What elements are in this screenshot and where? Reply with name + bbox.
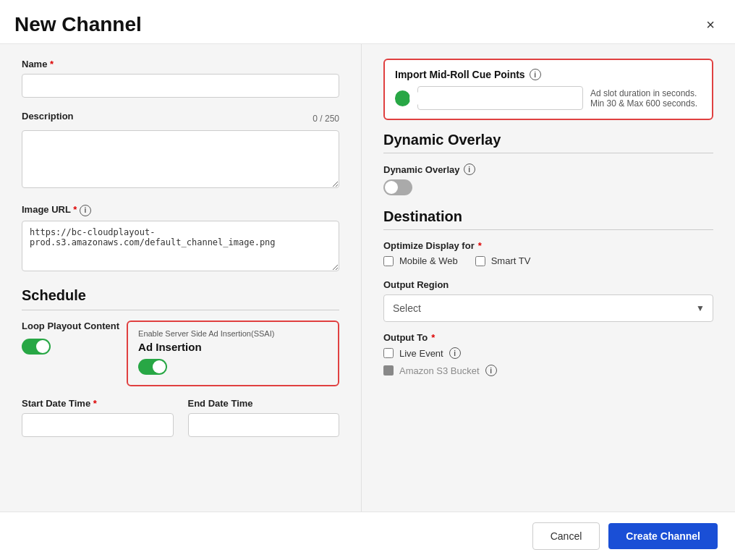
cancel-button[interactable]: Cancel [532, 522, 600, 550]
smart-tv-checkbox[interactable] [475, 256, 485, 266]
name-label: Name * [22, 59, 339, 69]
ad-insertion-toggle[interactable] [138, 359, 167, 375]
smart-tv-option: Smart TV [475, 255, 531, 266]
output-region-select-wrapper: Select ▼ [383, 294, 713, 322]
import-cue-label: Import Mid-Roll Cue Points [395, 69, 525, 80]
loop-ad-row: Loop Playout Content Enable Server Side … [22, 321, 339, 386]
dates-row: Start Date Time * End Date Time [22, 398, 339, 437]
loop-section: Loop Playout Content [22, 321, 119, 355]
image-url-group: Image URL * i https://bc-cloudplayout-pr… [22, 204, 339, 274]
modal-body: Name * Description 0 / 250 Image URL * i… [0, 44, 735, 543]
start-date-input[interactable] [22, 413, 174, 437]
name-group: Name * [22, 59, 339, 98]
output-region-label: Output Region [383, 279, 713, 290]
import-cue-info-icon[interactable]: i [530, 69, 541, 80]
modal-header: New Channel × [0, 0, 735, 44]
dynamic-overlay-toggle-slider [383, 179, 412, 195]
import-cue-box: Import Mid-Roll Cue Points i 30 Ad slot … [383, 59, 713, 120]
mobile-web-checkbox[interactable] [383, 256, 394, 266]
image-url-input[interactable]: https://bc-cloudplayout-prod.s3.amazonaw… [22, 221, 339, 271]
mobile-web-option: Mobile & Web [383, 255, 458, 266]
end-date-input[interactable] [188, 413, 340, 437]
optimize-options: Mobile & Web Smart TV [383, 255, 713, 271]
name-input[interactable] [22, 74, 339, 98]
end-date-label: End Date Time [188, 398, 340, 409]
amazon-s3-label: Amazon S3 Bucket [399, 365, 480, 376]
smart-tv-label: Smart TV [491, 255, 531, 266]
output-to-section: Output To * Live Event i Amazon S3 Bucke… [383, 332, 713, 376]
schedule-section: Schedule Loop Playout Content Enable Ser… [22, 287, 339, 437]
destination-divider [383, 229, 713, 230]
output-to-label: Output To * [383, 332, 713, 343]
start-date-label: Start Date Time * [22, 398, 174, 409]
dynamic-overlay-toggle[interactable] [383, 179, 412, 195]
left-panel: Name * Description 0 / 250 Image URL * i… [0, 44, 362, 543]
dynamic-overlay-section-title: Dynamic Overlay [383, 132, 713, 148]
amazon-s3-option: Amazon S3 Bucket i [383, 365, 713, 376]
ad-insertion-box: Enable Server Side Ad Insertion(SSAI) Ad… [127, 321, 339, 386]
amazon-s3-info-icon[interactable]: i [485, 365, 497, 376]
description-input[interactable] [22, 130, 339, 188]
dynamic-overlay-label: Dynamic Overlay i [383, 164, 713, 175]
schedule-section-title: Schedule [22, 287, 339, 304]
optimize-label: Optimize Display for * [383, 240, 713, 251]
ad-insertion-ssai-label: Enable Server Side Ad Insertion(SSAI) [138, 329, 328, 338]
image-url-info-icon[interactable]: i [80, 205, 91, 216]
live-event-info-icon[interactable]: i [449, 347, 461, 359]
destination-section-title: Destination [383, 208, 713, 225]
live-event-checkbox[interactable] [383, 348, 394, 358]
page-title: New Channel [14, 13, 142, 36]
import-cue-toggle-slider [395, 90, 410, 106]
modal-footer: Cancel Create Channel [0, 512, 735, 560]
loop-toggle-slider [22, 339, 51, 355]
ad-insertion-toggle-slider [138, 359, 167, 375]
end-date-group: End Date Time [188, 398, 340, 437]
dynamic-overlay-info-icon[interactable]: i [464, 164, 475, 175]
live-event-label: Live Event [399, 348, 443, 359]
dynamic-overlay-section: Dynamic Overlay Dynamic Overlay i [383, 132, 713, 208]
amazon-s3-checkbox-icon [383, 365, 394, 376]
live-event-option: Live Event i [383, 347, 713, 359]
description-label: Description [22, 111, 74, 122]
create-channel-button[interactable]: Create Channel [608, 523, 718, 549]
close-button[interactable]: × [700, 14, 721, 36]
import-cue-toggle[interactable] [395, 90, 410, 106]
loop-playout-toggle[interactable] [22, 339, 51, 355]
import-cue-header: Import Mid-Roll Cue Points i [395, 69, 702, 80]
right-panel: Import Mid-Roll Cue Points i 30 Ad slot … [362, 44, 735, 543]
cue-controls: 30 Ad slot duration in seconds. Min 30 &… [395, 86, 702, 110]
output-region-select[interactable]: Select [383, 294, 713, 322]
start-date-group: Start Date Time * [22, 398, 174, 437]
dynamic-overlay-divider [383, 153, 713, 153]
destination-section: Destination Optimize Display for * Mobil… [383, 208, 713, 376]
image-url-label: Image URL * i [22, 204, 339, 216]
ad-insertion-title: Ad Insertion [138, 341, 328, 353]
schedule-divider [22, 310, 339, 310]
mobile-web-label: Mobile & Web [399, 255, 458, 266]
description-char-count: 0 / 250 [313, 114, 339, 124]
description-group: Description 0 / 250 [22, 111, 339, 191]
cue-duration-input[interactable]: 30 [417, 86, 583, 110]
loop-playout-label: Loop Playout Content [22, 321, 119, 331]
cue-hint: Ad slot duration in seconds. Min 30 & Ma… [590, 88, 702, 109]
